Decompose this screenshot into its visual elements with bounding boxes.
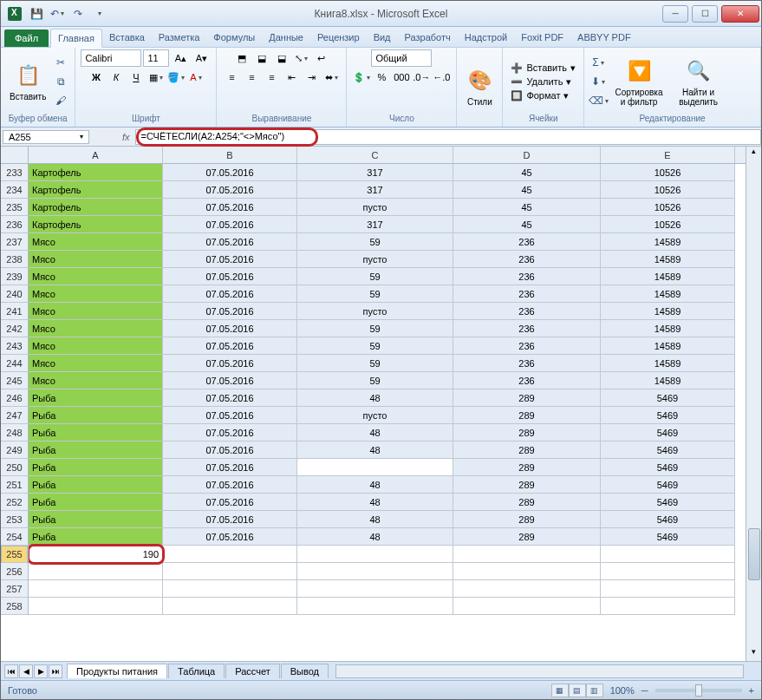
- vertical-scrollbar[interactable]: ▴ ▾: [746, 147, 761, 661]
- cell[interactable]: 236: [453, 372, 601, 389]
- file-tab[interactable]: Файл: [4, 29, 49, 47]
- find-select[interactable]: 🔍 Найти и выделить: [671, 56, 726, 108]
- qat-customize[interactable]: [89, 4, 108, 23]
- col-header[interactable]: B: [163, 147, 297, 163]
- cell[interactable]: 59: [297, 320, 453, 337]
- cell[interactable]: пусто: [297, 251, 453, 268]
- cell[interactable]: 14589: [601, 337, 735, 355]
- wrap-text[interactable]: ↩: [312, 49, 331, 67]
- cell[interactable]: 289: [453, 407, 601, 424]
- underline-button[interactable]: Ч: [127, 69, 146, 86]
- cell[interactable]: Картофель: [29, 181, 163, 199]
- cell[interactable]: 59: [297, 337, 453, 355]
- fill[interactable]: ⬇: [589, 73, 607, 90]
- cell[interactable]: 5469: [601, 528, 735, 546]
- cell[interactable]: 5469: [601, 442, 735, 459]
- indent-inc[interactable]: ⇥: [302, 69, 321, 86]
- align-middle[interactable]: ⬓: [252, 49, 271, 67]
- cell[interactable]: 14589: [601, 285, 735, 303]
- cell[interactable]: Мясо: [29, 233, 163, 251]
- autosum[interactable]: Σ: [589, 54, 607, 71]
- cell[interactable]: Рыба: [29, 494, 163, 511]
- format-painter[interactable]: 🖌: [52, 92, 69, 109]
- cell[interactable]: 07.05.2016: [163, 494, 297, 511]
- styles-button[interactable]: 🎨 Стили: [462, 65, 497, 108]
- cell[interactable]: 48: [297, 442, 453, 459]
- row-header[interactable]: 238: [1, 251, 28, 268]
- cell[interactable]: Рыба: [29, 511, 163, 528]
- cell[interactable]: 59: [297, 268, 453, 285]
- dec-decimal[interactable]: ←.0: [432, 69, 451, 86]
- cell[interactable]: 14589: [601, 372, 735, 389]
- cell[interactable]: 236: [453, 320, 601, 337]
- row-header[interactable]: 245: [1, 372, 28, 389]
- sheet-tab[interactable]: Таблица: [168, 664, 225, 678]
- cell[interactable]: Мясо: [29, 251, 163, 268]
- cell[interactable]: Мясо: [29, 372, 163, 389]
- cell[interactable]: пусто: [297, 199, 453, 216]
- cell[interactable]: [297, 598, 453, 615]
- cell[interactable]: Рыба: [29, 476, 163, 494]
- cell[interactable]: 5469: [601, 511, 735, 528]
- cell[interactable]: 317: [297, 181, 453, 199]
- cell[interactable]: 236: [453, 285, 601, 303]
- cell[interactable]: 14589: [601, 303, 735, 320]
- cell[interactable]: 289: [453, 459, 601, 476]
- cell[interactable]: 5469: [601, 407, 735, 424]
- cell[interactable]: 317: [297, 216, 453, 233]
- row-header[interactable]: 254: [1, 528, 28, 546]
- cell[interactable]: [601, 598, 735, 615]
- cell[interactable]: 45: [453, 216, 601, 233]
- cell[interactable]: 5469: [601, 424, 735, 442]
- cell[interactable]: 14589: [601, 355, 735, 372]
- cell[interactable]: Рыба: [29, 528, 163, 546]
- zoom-slider[interactable]: [655, 689, 742, 692]
- cell[interactable]: 07.05.2016: [163, 372, 297, 389]
- cell[interactable]: 07.05.2016: [163, 442, 297, 459]
- scroll-thumb[interactable]: [748, 528, 760, 580]
- fill-color[interactable]: 🪣: [166, 69, 186, 86]
- border-button[interactable]: ▦: [147, 69, 166, 86]
- cell[interactable]: 07.05.2016: [163, 268, 297, 285]
- comma[interactable]: 000: [392, 69, 411, 86]
- ribbon-tab[interactable]: Разработч: [398, 29, 458, 47]
- cell[interactable]: 289: [453, 424, 601, 442]
- cell[interactable]: [453, 546, 601, 563]
- cell[interactable]: 236: [453, 337, 601, 355]
- row-header[interactable]: 246: [1, 389, 28, 407]
- percent[interactable]: %: [372, 69, 391, 86]
- italic-button[interactable]: К: [107, 69, 126, 86]
- cell[interactable]: [297, 580, 453, 598]
- cell[interactable]: 236: [453, 268, 601, 285]
- orientation[interactable]: ⤡: [292, 49, 311, 67]
- sheet-nav-prev[interactable]: ◀: [19, 664, 33, 678]
- col-header[interactable]: C: [297, 147, 453, 163]
- cell[interactable]: 07.05.2016: [163, 337, 297, 355]
- cell[interactable]: 289: [453, 528, 601, 546]
- cell[interactable]: 236: [453, 355, 601, 372]
- cell[interactable]: 07.05.2016: [163, 233, 297, 251]
- clear[interactable]: ⌫: [589, 92, 607, 109]
- sheet-tab-active[interactable]: Продукты питания: [67, 664, 167, 678]
- ribbon-tab[interactable]: ABBYY PDF: [570, 29, 638, 47]
- merge[interactable]: ⬌: [322, 69, 341, 86]
- cell[interactable]: [601, 546, 735, 563]
- grow-font[interactable]: A▴: [171, 49, 190, 67]
- row-header[interactable]: 258: [1, 598, 28, 615]
- cell[interactable]: пусто: [297, 407, 453, 424]
- minimize-button[interactable]: ─: [662, 5, 688, 23]
- cell[interactable]: 07.05.2016: [163, 303, 297, 320]
- number-format[interactable]: [371, 49, 432, 67]
- cell[interactable]: 07.05.2016: [163, 216, 297, 233]
- cell[interactable]: 5469: [601, 459, 735, 476]
- paste-button[interactable]: 📋 Вставить: [6, 60, 49, 103]
- cell[interactable]: [297, 546, 453, 563]
- ribbon-tab[interactable]: Формулы: [206, 29, 262, 47]
- ribbon-tab[interactable]: Надстрой: [458, 29, 514, 47]
- font-color[interactable]: A: [186, 69, 205, 86]
- cell[interactable]: 07.05.2016: [163, 181, 297, 199]
- cell[interactable]: Мясо: [29, 320, 163, 337]
- shrink-font[interactable]: A▾: [192, 49, 211, 67]
- row-header[interactable]: 234: [1, 181, 28, 199]
- cell[interactable]: 45: [453, 181, 601, 199]
